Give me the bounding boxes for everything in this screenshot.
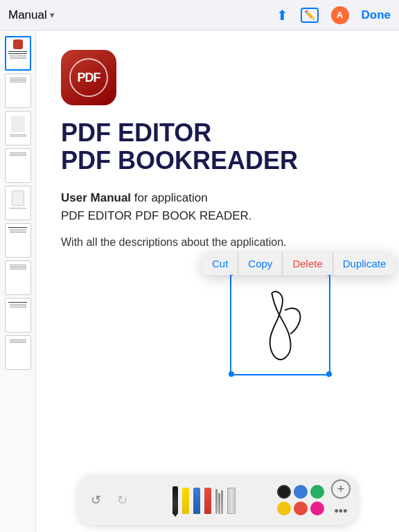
content-area: PDF PDF EDITOR PDF BOOKREADER User Manua… <box>36 30 399 532</box>
color-blue[interactable] <box>294 485 308 499</box>
thumbnail-5[interactable] <box>5 186 31 220</box>
pen-tool[interactable] <box>172 486 178 514</box>
context-menu: Cut Copy Delete Duplicate <box>202 252 396 275</box>
description-text: With all the descriptions about the appl… <box>61 234 374 251</box>
bottom-toolbar: ↺ ↻ <box>78 475 357 525</box>
signature-area[interactable] <box>230 272 330 375</box>
app-icon-circle: PDF <box>69 58 108 97</box>
red-marker-tool[interactable] <box>204 488 211 514</box>
main-title: PDF EDITOR PDF BOOKREADER <box>61 119 374 174</box>
main-title-line1: PDF EDITOR <box>61 119 374 147</box>
handle-bottom-left[interactable] <box>229 371 234 377</box>
signature-svg <box>231 273 329 374</box>
top-bar-right: ⬆ A Done <box>276 6 391 24</box>
color-green[interactable] <box>310 485 324 499</box>
thumbnail-8[interactable] <box>5 298 31 332</box>
color-row-1 <box>277 485 324 499</box>
subtitle-bold: User Manual <box>61 191 131 204</box>
thumbnail-9[interactable] <box>5 335 31 370</box>
subtitle: User Manual for applicationPDF EDITOR PD… <box>61 189 374 224</box>
avatar[interactable]: A <box>331 6 349 24</box>
delete-button[interactable]: Delete <box>283 252 332 275</box>
blue-marker-tool[interactable] <box>193 488 200 514</box>
color-pink[interactable] <box>310 502 324 515</box>
app-icon-text: PDF <box>78 71 100 85</box>
more-button[interactable]: ••• <box>331 502 351 521</box>
handle-bottom-right[interactable] <box>326 371 332 377</box>
document-title: Manual <box>8 8 47 22</box>
yellow-marker-tool[interactable] <box>182 488 189 514</box>
color-row-2 <box>277 502 324 515</box>
main-area: PDF PDF EDITOR PDF BOOKREADER User Manua… <box>0 30 399 532</box>
duplicate-button[interactable]: Duplicate <box>333 252 396 275</box>
thumbnail-3[interactable] <box>5 111 31 145</box>
sidebar <box>0 30 36 532</box>
main-title-line2: PDF BOOKREADER <box>61 147 374 175</box>
thumbnail-6[interactable] <box>5 223 31 258</box>
color-palette <box>277 485 324 515</box>
page-content: PDF PDF EDITOR PDF BOOKREADER User Manua… <box>36 30 399 334</box>
top-bar: Manual ▾ ⬆ A Done <box>0 0 399 30</box>
app-icon: PDF <box>61 50 116 105</box>
redo-button[interactable]: ↻ <box>111 489 133 511</box>
copy-button[interactable]: Copy <box>238 252 283 275</box>
pencil-tool[interactable] <box>215 488 223 514</box>
thumbnail-4[interactable] <box>5 148 31 183</box>
color-red[interactable] <box>294 502 308 515</box>
add-button[interactable]: + <box>331 479 351 499</box>
done-button[interactable]: Done <box>362 8 391 22</box>
pencil-icon[interactable] <box>301 8 319 23</box>
color-yellow[interactable] <box>277 502 291 515</box>
ruler-tool[interactable] <box>227 488 236 514</box>
cut-button[interactable]: Cut <box>202 252 238 275</box>
share-icon[interactable]: ⬆ <box>276 7 288 24</box>
thumbnail-2[interactable] <box>5 73 31 108</box>
undo-button[interactable]: ↺ <box>85 489 107 511</box>
thumbnail-7[interactable] <box>5 260 31 295</box>
color-black[interactable] <box>277 485 291 499</box>
toolbar-actions: + ••• <box>331 479 351 521</box>
chevron-down-icon[interactable]: ▾ <box>50 10 55 20</box>
thumbnail-1[interactable] <box>5 36 31 71</box>
toolbar-tools <box>137 486 270 514</box>
top-bar-left: Manual ▾ <box>8 8 55 22</box>
